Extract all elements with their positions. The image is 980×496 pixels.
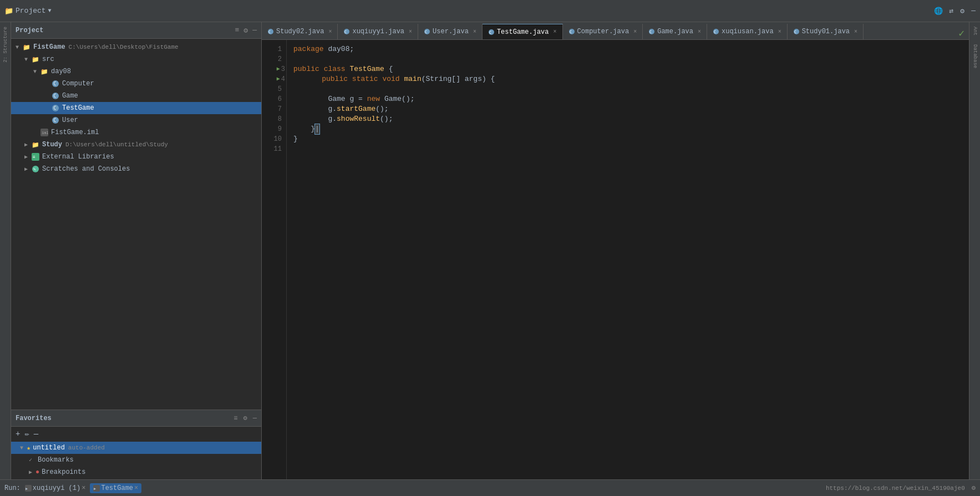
dropdown-arrow: ▼ (48, 8, 52, 14)
database-label[interactable]: Database (972, 44, 978, 68)
bottom-bar: Run: ▶ xuqiuyyi (1) × ▶ TestGame × https… (0, 479, 980, 496)
svg-text:C: C (268, 30, 271, 34)
fav-icon-layout[interactable]: ≡ (233, 415, 237, 422)
code-line-10: } (293, 134, 969, 144)
code-line-1: package day08; (293, 44, 969, 54)
run-tab2[interactable]: ▶ TestGame × (90, 483, 141, 493)
gear-bottom-icon[interactable]: ⚙ (972, 484, 976, 492)
svg-text:C: C (649, 30, 652, 34)
tree-item-scratches[interactable]: ▶ ✎ Scratches and Consoles (11, 163, 261, 175)
svg-text:C: C (794, 30, 796, 34)
svg-text:C: C (344, 30, 347, 34)
tree-item-iml[interactable]: iml FistGame.iml (11, 126, 261, 139)
tree-item-user[interactable]: C User (11, 114, 261, 126)
tab-study01[interactable]: C Study01.java × (788, 24, 864, 39)
run-label: Run: (4, 484, 21, 492)
tree-item-day08[interactable]: ▼ 📁 day08 (11, 65, 261, 78)
tree-item-computer[interactable]: C Computer (11, 78, 261, 90)
code-line-11 (293, 144, 969, 154)
code-line-3: public class TestGame { (293, 64, 969, 74)
project-label[interactable]: 📁 Project ▼ (4, 7, 52, 16)
sync-icon[interactable]: ⇄ (949, 7, 954, 16)
project-header-icon-layout[interactable]: ≡ (235, 26, 240, 35)
code-line-7: g.startGame(); (293, 104, 969, 114)
favorites-title: Favorites (16, 415, 231, 422)
svg-text:C: C (425, 30, 427, 34)
tree-item-external-libs[interactable]: ▶ ≡ External Libraries (11, 151, 261, 163)
fav-item-bookmarks[interactable]: ✓ Bookmarks (11, 454, 261, 466)
svg-text:C: C (54, 94, 57, 99)
tree-item-study[interactable]: ▶ 📁 Study D:\Users\dell\untitled\Study (11, 139, 261, 151)
project-tree: ▼ 📁 FistGame C:\Users\dell\Desktop\FistG… (11, 39, 261, 410)
status-url: https://blog.csdn.net/weixin_45190aje0 (826, 485, 965, 492)
svg-text:iml: iml (42, 131, 48, 135)
fav-remove[interactable]: — (34, 429, 38, 438)
top-toolbar: 📁 Project ▼ 🌐 ⇄ ⚙ — (0, 0, 980, 22)
tab-bar: C Study02.java × C xuqiuyyi.java × C Use… (262, 22, 969, 40)
code-line-9: }| (293, 124, 969, 134)
main-area: 2: Structure Project ≡ ⚙ — ▼ 📁 FistGame … (0, 22, 980, 479)
toolbar-icons: 🌐 ⇄ ⚙ — (934, 7, 976, 16)
tab-testgame[interactable]: C TestGame.java × (483, 24, 563, 39)
tab-game[interactable]: C Game.java × (643, 24, 707, 39)
svg-text:≡: ≡ (33, 155, 35, 160)
structure-label[interactable]: 2: Structure (3, 27, 8, 63)
fav-item-breakpoints[interactable]: ▶ ● Breakpoints (11, 466, 261, 478)
code-line-5 (293, 84, 969, 94)
fav-icon-settings[interactable]: ⚙ (243, 414, 247, 422)
tree-item-game[interactable]: C Game (11, 90, 261, 102)
right-strip: Ant Database (969, 22, 980, 479)
svg-text:✎: ✎ (33, 167, 36, 172)
check-mark-icon: ✓ (958, 27, 964, 39)
svg-text:C: C (54, 106, 57, 111)
run-tab-area: Run: ▶ xuqiuyyi (1) × ▶ TestGame × (4, 483, 141, 493)
locate-icon[interactable]: 🌐 (934, 7, 943, 16)
project-header-icon-close[interactable]: — (252, 26, 257, 35)
favorites-toolbar: + ✏ — (11, 427, 261, 441)
project-panel-header: Project ≡ ⚙ — (11, 22, 261, 39)
project-panel: Project ≡ ⚙ — ▼ 📁 FistGame C:\Users\dell… (11, 22, 262, 479)
fav-edit[interactable]: ✏ (24, 429, 29, 438)
settings-icon[interactable]: ⚙ (960, 7, 964, 16)
run-tab1[interactable]: ▶ xuqiuyyi (1) × (25, 484, 86, 492)
editor-area: C Study02.java × C xuqiuyyi.java × C Use… (262, 22, 969, 479)
tab-study02[interactable]: C Study02.java × (262, 24, 338, 39)
favorites-tree: ▼ ★ untitled auto-added ✓ Bookmarks ▶ ● … (11, 441, 261, 479)
favorites-panel: Favorites ≡ ⚙ — + ✏ — ▼ ★ untitled auto-… (11, 410, 261, 479)
svg-text:C: C (714, 30, 716, 34)
code-line-8: g.showResult(); (293, 114, 969, 124)
minimize-icon[interactable]: — (971, 7, 976, 16)
scratches-label: Scratches and Consoles (42, 165, 130, 173)
favorites-header: Favorites ≡ ⚙ — (11, 410, 261, 427)
code-line-6: Game g = new Game(); (293, 94, 969, 104)
tree-item-src[interactable]: ▼ 📁 src (11, 53, 261, 65)
fav-add[interactable]: + (16, 429, 20, 438)
ant-label[interactable]: Ant (972, 27, 978, 35)
code-line-2 (293, 54, 969, 64)
tab-computer[interactable]: C Computer.java × (563, 24, 643, 39)
project-header-icon-settings[interactable]: ⚙ (243, 26, 248, 35)
line-numbers: 1 2 ▶3 ▶4 5 6 7 8 9 10 11 (262, 40, 287, 479)
svg-text:C: C (489, 30, 491, 35)
tree-item-testgame[interactable]: C TestGame (11, 102, 261, 114)
tree-item-fistgame[interactable]: ▼ 📁 FistGame C:\Users\dell\Desktop\FistG… (11, 41, 261, 53)
svg-text:C: C (570, 30, 572, 34)
tab-xuqiusan[interactable]: C xuqiusan.java × (707, 24, 788, 39)
svg-text:C: C (54, 118, 57, 123)
left-strip: 2: Structure (0, 22, 11, 479)
code-content[interactable]: package day08; public class TestGame { p… (287, 40, 969, 479)
project-icon: 📁 (4, 7, 13, 16)
fav-item-untitled[interactable]: ▼ ★ untitled auto-added (11, 442, 261, 454)
code-editor[interactable]: 1 2 ▶3 ▶4 5 6 7 8 9 10 11 package day08; (262, 40, 969, 479)
svg-text:C: C (54, 81, 57, 86)
tab-user[interactable]: C User.java × (418, 24, 483, 39)
fav-icon-close[interactable]: — (253, 415, 257, 422)
code-line-4: public static void main(String[] args) { (293, 74, 969, 84)
tab-xuqiuyyi[interactable]: C xuqiuyyi.java × (338, 24, 418, 39)
project-panel-title: Project (16, 27, 43, 34)
